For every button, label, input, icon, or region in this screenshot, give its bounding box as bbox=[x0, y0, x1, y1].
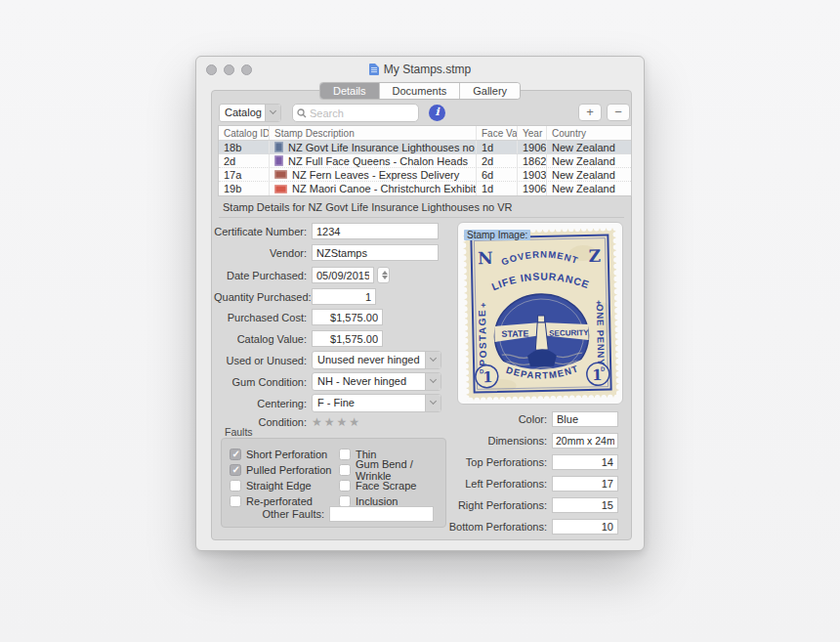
remove-stamp-button[interactable]: − bbox=[607, 104, 630, 121]
stamp-text-n: N bbox=[478, 248, 493, 268]
stamp-thumbnail-icon bbox=[274, 185, 287, 193]
checkbox[interactable] bbox=[339, 495, 351, 507]
stamp-text-plus-left: + bbox=[481, 300, 485, 310]
color-field[interactable] bbox=[552, 411, 618, 427]
date-purchased-field[interactable] bbox=[312, 267, 374, 283]
cell-country: New Zealand bbox=[547, 182, 631, 195]
quantity-purchased-label: Quantity Purchased: bbox=[214, 291, 312, 303]
checkbox-label: Gum Bend / Wrinkle bbox=[356, 458, 445, 482]
quantity-purchased-field[interactable] bbox=[312, 288, 376, 305]
checkbox[interactable] bbox=[230, 495, 241, 507]
stamp-text-state: STATE bbox=[501, 328, 528, 339]
cell-description: NZ Maori Canoe - Christchurch Exhibition bbox=[270, 182, 477, 195]
col-face-value[interactable]: Face Value bbox=[477, 126, 518, 140]
stamp-thumbnail-icon bbox=[274, 142, 283, 152]
tab-documents[interactable]: Documents bbox=[380, 83, 461, 99]
table-header[interactable]: Catalog ID Stamp Description Face Value … bbox=[219, 126, 631, 141]
fault-face-scrape[interactable]: Face Scrape bbox=[339, 479, 416, 492]
tab-bar: Details Documents Gallery bbox=[196, 82, 644, 100]
gum-condition-dropdown[interactable]: NH - Never hinged bbox=[312, 372, 441, 391]
col-description[interactable]: Stamp Description bbox=[270, 126, 477, 140]
certificate-number-label: Certificate Number: bbox=[214, 226, 312, 237]
gum-condition-label: Gum Condition: bbox=[214, 376, 312, 388]
left-perforations-label: Left Perforations: bbox=[440, 478, 552, 490]
checkbox-label: Short Perforation bbox=[246, 449, 327, 460]
bottom-perforations-label: Bottom Perforations: bbox=[440, 521, 552, 533]
checkbox[interactable] bbox=[230, 464, 241, 476]
vendor-field[interactable] bbox=[312, 244, 439, 261]
tab-details[interactable]: Details bbox=[320, 83, 380, 99]
condition-rating[interactable]: ★★★★ bbox=[312, 415, 361, 429]
search-filter-value: Catalog ID bbox=[220, 105, 265, 121]
cell-catalog-id: 19b bbox=[219, 182, 270, 195]
date-stepper[interactable] bbox=[377, 267, 390, 283]
cell-face-value: 1d bbox=[477, 141, 518, 153]
col-country[interactable]: Country bbox=[547, 126, 631, 140]
used-or-unused-value: Unused never hinged bbox=[313, 352, 425, 368]
col-year[interactable]: Year bbox=[518, 126, 547, 140]
cell-country: New Zealand bbox=[547, 141, 631, 153]
centering-dropdown[interactable]: F - Fine bbox=[312, 394, 441, 412]
add-stamp-button[interactable]: + bbox=[578, 104, 602, 121]
cell-face-value: 1d bbox=[477, 182, 518, 195]
col-catalog-id[interactable]: Catalog ID bbox=[219, 126, 270, 140]
chevron-down-icon bbox=[425, 352, 441, 368]
left-perforations-field[interactable] bbox=[552, 476, 618, 492]
desktop-background: My Stamps.stmp Details Documents Gallery… bbox=[0, 0, 840, 642]
fault-short-perforation[interactable]: Short Perforation bbox=[230, 448, 327, 460]
vendor-label: Vendor: bbox=[214, 247, 312, 259]
chevron-down-icon bbox=[425, 395, 441, 411]
fault-pulled-perforation[interactable]: Pulled Perforation bbox=[230, 463, 331, 476]
cell-year: 1862 bbox=[518, 154, 547, 167]
table-row[interactable]: 18b NZ Govt Life Insurance Lighthouses n… bbox=[219, 141, 631, 154]
search-field[interactable] bbox=[292, 104, 419, 122]
stamp-thumbnail-icon bbox=[274, 170, 287, 179]
checkbox-label: Straight Edge bbox=[246, 480, 312, 492]
centering-value: F - Fine bbox=[313, 395, 425, 411]
chevron-down-icon bbox=[265, 105, 280, 121]
date-purchased-label: Date Purchased: bbox=[214, 270, 312, 281]
stamp-image[interactable]: N Z GOVERNMENT LIFE INSURANCE bbox=[462, 227, 620, 402]
other-faults-field[interactable] bbox=[329, 506, 434, 522]
faults-group-label: Faults bbox=[225, 426, 253, 438]
cell-face-value: 2d bbox=[477, 154, 518, 167]
table-row[interactable]: 2d NZ Full Face Queens - Chalon Heads 2d… bbox=[219, 154, 631, 168]
titlebar[interactable]: My Stamps.stmp bbox=[196, 57, 644, 81]
fault-straight-edge[interactable]: Straight Edge bbox=[230, 479, 312, 492]
table-row[interactable]: 17a NZ Fern Leaves - Express Delivery 6d… bbox=[219, 168, 631, 182]
right-perforations-field[interactable] bbox=[552, 497, 618, 513]
details-section-heading: Stamp Details for NZ Govt Life Insurance… bbox=[223, 201, 513, 213]
content-panel: Catalog ID i + − Catalog ID Stamp Descri… bbox=[211, 90, 632, 540]
table-row[interactable]: 19b NZ Maori Canoe - Christchurch Exhibi… bbox=[219, 182, 631, 195]
app-window: My Stamps.stmp Details Documents Gallery… bbox=[195, 56, 645, 551]
centering-label: Centering: bbox=[214, 398, 312, 409]
checkbox[interactable] bbox=[230, 449, 241, 460]
window-title: My Stamps.stmp bbox=[196, 57, 644, 81]
document-icon bbox=[369, 64, 379, 75]
cell-catalog-id: 2d bbox=[219, 154, 270, 167]
fault-gum-bend-wrinkle[interactable]: Gum Bend / Wrinkle bbox=[339, 463, 445, 476]
top-perforations-field[interactable] bbox=[552, 454, 618, 470]
checkbox-label: Face Scrape bbox=[356, 480, 416, 492]
checkbox[interactable] bbox=[339, 464, 351, 476]
cell-description: NZ Govt Life Insurance Lighthouses no VR bbox=[270, 141, 477, 153]
checkbox[interactable] bbox=[339, 449, 351, 460]
certificate-number-field[interactable] bbox=[312, 223, 439, 239]
stamp-table: Catalog ID Stamp Description Face Value … bbox=[218, 125, 632, 196]
search-filter-dropdown[interactable]: Catalog ID bbox=[219, 104, 281, 122]
catalog-value-field[interactable] bbox=[312, 330, 383, 347]
bottom-perforations-field[interactable] bbox=[552, 519, 618, 535]
cell-country: New Zealand bbox=[547, 154, 631, 167]
purchased-cost-field[interactable] bbox=[312, 309, 383, 325]
tab-gallery[interactable]: Gallery bbox=[460, 83, 520, 99]
stamp-text-one-penny: ONE PENNY bbox=[595, 304, 607, 365]
info-button[interactable]: i bbox=[429, 105, 445, 121]
cell-year: 1903 bbox=[518, 168, 547, 181]
used-or-unused-dropdown[interactable]: Unused never hinged bbox=[312, 351, 441, 369]
checkbox[interactable] bbox=[339, 480, 351, 492]
search-input[interactable] bbox=[310, 107, 414, 119]
cell-face-value: 6d bbox=[477, 168, 518, 181]
window-title-text: My Stamps.stmp bbox=[384, 63, 471, 76]
checkbox[interactable] bbox=[230, 480, 241, 492]
dimensions-field[interactable] bbox=[552, 433, 618, 449]
